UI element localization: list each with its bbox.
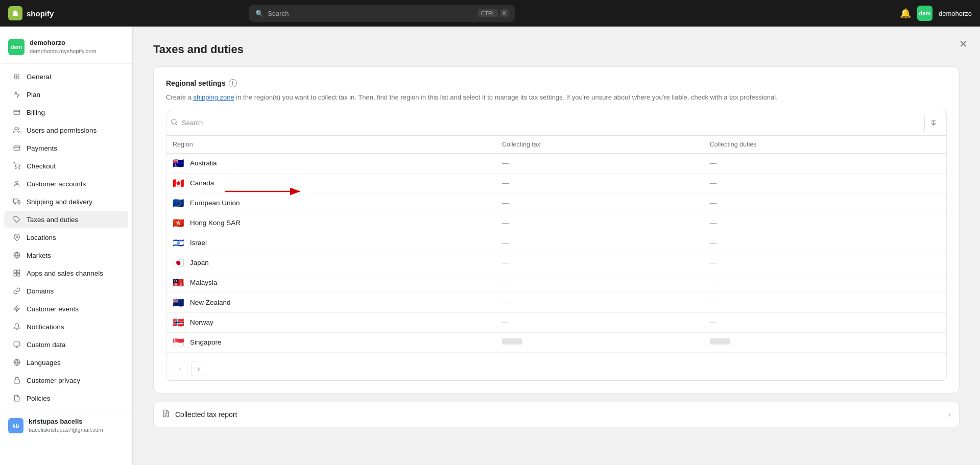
sidebar-item-apps[interactable]: Apps and sales channels (4, 264, 128, 282)
sidebar-item-label: Checkout (27, 162, 56, 170)
table-row[interactable]: 🇨🇦 Canada — — (166, 173, 946, 193)
table-header: Region Collecting tax Collecting duties (166, 135, 946, 153)
sidebar-item-label: Notifications (27, 323, 64, 331)
search-icon (171, 118, 178, 127)
sidebar-item-label: General (27, 73, 51, 81)
collecting-duties-cell: — (704, 213, 946, 233)
flag-icon: 🇦🇺 (173, 159, 185, 168)
tax-report-label: Collected tax report (175, 410, 237, 419)
table-row[interactable]: 🇪🇺 European Union — — (166, 193, 946, 213)
svg-marker-9 (18, 201, 20, 203)
svg-point-5 (16, 168, 16, 169)
table-row[interactable]: 🇳🇿 New Zealand — — (166, 292, 946, 312)
table-row[interactable]: 🇸🇬 Singapore (166, 332, 946, 352)
sidebar-item-users[interactable]: Users and permissions (4, 121, 128, 139)
regions-table-container: Region Collecting tax Collecting duties … (166, 111, 947, 381)
user-name: demohorzo (939, 10, 972, 17)
logo[interactable]: shopify (8, 6, 54, 20)
sidebar-item-plan[interactable]: Plan (4, 86, 128, 103)
sidebar-item-label: Customer events (27, 305, 79, 313)
regional-settings-title: Regional settings (166, 79, 226, 87)
dash: — (502, 319, 509, 326)
region-cell: 🇪🇺 European Union (166, 193, 496, 213)
sidebar-shop-info: dem demohorzo demohorzo.myshopify.com (0, 35, 132, 64)
close-button[interactable]: ✕ (959, 39, 968, 49)
customer-events-icon (12, 304, 21, 313)
regions-table: Region Collecting tax Collecting duties … (166, 135, 946, 352)
sidebar-item-markets[interactable]: Markets (4, 247, 128, 264)
svg-rect-18 (14, 274, 16, 276)
tax-report-icon (162, 409, 170, 420)
shipping-zone-link[interactable]: shipping zone (193, 93, 234, 101)
plan-icon (12, 90, 21, 99)
tax-report-left: Collected tax report (162, 409, 237, 420)
sidebar-item-general[interactable]: ⊞ General (4, 68, 128, 85)
notification-bell-icon[interactable]: 🔔 (900, 8, 911, 19)
sidebar-item-billing[interactable]: Billing (4, 104, 128, 121)
dash: — (502, 159, 509, 167)
table-row[interactable]: 🇲🇾 Malaysia — — (166, 273, 946, 292)
svg-point-6 (19, 168, 19, 169)
svg-rect-0 (14, 110, 20, 114)
sidebar-item-label: Customer accounts (27, 180, 86, 188)
content-area: ✕ Taxes and duties Regional settings i C… (133, 27, 980, 465)
sidebar-item-label: Custom data (27, 341, 66, 349)
flag-icon: 🇳🇿 (173, 298, 185, 307)
region-cell: 🇸🇬 Singapore (166, 332, 496, 352)
search-placeholder: Search (268, 10, 289, 17)
loading-bar (710, 338, 730, 345)
sidebar-item-domains[interactable]: Domains (4, 282, 128, 300)
table-row[interactable]: 🇦🇺 Australia — — (166, 153, 946, 173)
sidebar-item-label: Apps and sales channels (27, 270, 103, 277)
sidebar-item-payments[interactable]: Payments (4, 139, 128, 157)
sidebar-item-shipping[interactable]: Shipping and delivery (4, 193, 128, 210)
shop-info-text: demohorzo demohorzo.myshopify.com (30, 39, 97, 55)
flag-icon: 🇲🇾 (173, 278, 185, 287)
svg-rect-17 (17, 270, 20, 273)
search-bar[interactable]: 🔍 Search CTRL K (249, 5, 515, 22)
table-row[interactable]: 🇭🇰 Hong Kong SAR — — (166, 213, 946, 233)
chevron-right-icon: › (948, 410, 951, 419)
sort-button[interactable] (924, 115, 942, 131)
region-name: European Union (190, 199, 240, 207)
region-cell: 🇭🇰 Hong Kong SAR (166, 213, 496, 233)
sidebar-item-notifications[interactable]: Notifications (4, 318, 128, 335)
topnav-right: 🔔 dem demohorzo (900, 6, 972, 21)
sidebar-item-customer-events[interactable]: Customer events (4, 300, 128, 317)
locations-icon (12, 233, 21, 242)
main-layout: dem demohorzo demohorzo.myshopify.com ⊞ … (0, 27, 980, 465)
table-row[interactable]: 🇯🇵 Japan — — (166, 253, 946, 273)
collecting-tax-cell: — (496, 233, 704, 253)
sidebar-item-label: Policies (27, 395, 51, 402)
sidebar-item-label: Locations (27, 234, 56, 241)
region-search-input[interactable] (182, 119, 920, 127)
regional-settings-card: Regional settings i Create a shipping zo… (153, 66, 960, 394)
sidebar-item-customer-privacy[interactable]: Customer privacy (4, 372, 128, 389)
tax-report-row[interactable]: Collected tax report › (153, 402, 960, 427)
table-row[interactable]: 🇮🇱 Israel — — (166, 233, 946, 253)
custom-data-icon (12, 340, 21, 349)
sidebar-item-checkout[interactable]: Checkout (4, 157, 128, 175)
domains-icon (12, 286, 21, 296)
col-region: Region (166, 135, 496, 153)
col-collecting-tax: Collecting tax (496, 135, 704, 153)
bottom-user-email: baceliskristupas7@gmail.com (29, 426, 103, 433)
table-row[interactable]: 🇳🇴 Norway — — (166, 312, 946, 332)
prev-page-button[interactable]: ‹ (173, 361, 188, 376)
collecting-tax-cell: — (496, 153, 704, 173)
sidebar-item-languages[interactable]: Languages (4, 354, 128, 371)
bottom-user[interactable]: kb kristupas bacelis baceliskristupas7@g… (0, 411, 132, 439)
bottom-user-info: kristupas bacelis baceliskristupas7@gmai… (29, 418, 103, 433)
next-page-button[interactable]: › (191, 361, 206, 376)
sidebar-item-custom-data[interactable]: Custom data (4, 336, 128, 353)
sidebar-item-locations[interactable]: Locations (4, 229, 128, 246)
collecting-duties-cell: — (704, 253, 946, 273)
sidebar-item-policies[interactable]: Policies (4, 389, 128, 407)
sidebar-item-label: Markets (27, 252, 51, 259)
region-name: Canada (190, 179, 214, 187)
svg-point-29 (172, 119, 176, 124)
sidebar-item-taxes[interactable]: Taxes and duties (4, 211, 128, 228)
svg-point-10 (14, 203, 16, 204)
svg-rect-3 (14, 146, 20, 150)
sidebar-item-customer-accounts[interactable]: Customer accounts (4, 175, 128, 192)
